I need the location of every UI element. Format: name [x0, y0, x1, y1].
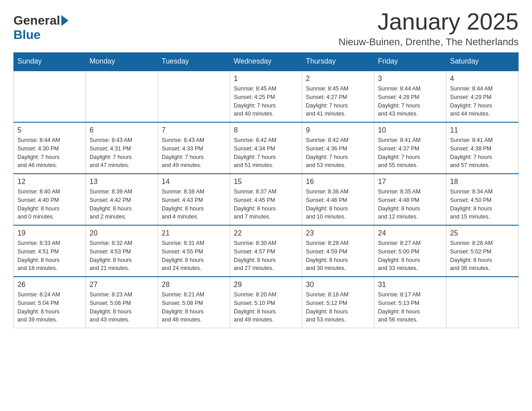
column-header-thursday: Thursday — [302, 53, 374, 71]
calendar-cell: 8Sunrise: 8:42 AM Sunset: 4:34 PM Daylig… — [230, 122, 302, 174]
calendar-cell: 27Sunrise: 8:23 AM Sunset: 5:06 PM Dayli… — [86, 277, 158, 328]
calendar-cell: 24Sunrise: 8:27 AM Sunset: 5:00 PM Dayli… — [374, 225, 446, 277]
day-number: 20 — [90, 229, 154, 237]
day-info: Sunrise: 8:43 AM Sunset: 4:33 PM Dayligh… — [162, 136, 226, 170]
calendar-cell: 10Sunrise: 8:41 AM Sunset: 4:37 PM Dayli… — [374, 122, 446, 174]
page-header: General Blue January 2025 Nieuw-Buinen, … — [13, 9, 519, 48]
day-number: 23 — [306, 229, 370, 237]
column-header-tuesday: Tuesday — [158, 53, 230, 71]
day-number: 15 — [234, 178, 298, 186]
calendar-cell — [86, 71, 158, 123]
calendar-cell: 30Sunrise: 8:18 AM Sunset: 5:12 PM Dayli… — [302, 277, 374, 328]
logo-arrow-icon — [61, 15, 69, 26]
day-info: Sunrise: 8:40 AM Sunset: 4:40 PM Dayligh… — [17, 188, 82, 221]
day-number: 12 — [17, 178, 82, 186]
day-info: Sunrise: 8:41 AM Sunset: 4:37 PM Dayligh… — [378, 136, 442, 170]
day-info: Sunrise: 8:36 AM Sunset: 4:46 PM Dayligh… — [306, 188, 370, 221]
calendar-cell: 22Sunrise: 8:30 AM Sunset: 4:57 PM Dayli… — [230, 225, 302, 277]
calendar-cell — [158, 71, 230, 123]
day-number: 2 — [306, 75, 370, 83]
calendar-cell: 11Sunrise: 8:41 AM Sunset: 4:38 PM Dayli… — [446, 122, 519, 174]
day-info: Sunrise: 8:45 AM Sunset: 4:25 PM Dayligh… — [234, 85, 298, 118]
day-number: 5 — [17, 126, 82, 134]
calendar-cell: 9Sunrise: 8:42 AM Sunset: 4:36 PM Daylig… — [302, 122, 374, 174]
title-section: January 2025 Nieuw-Buinen, Drenthe, The … — [339, 9, 519, 48]
calendar-week-row: 5Sunrise: 8:44 AM Sunset: 4:30 PM Daylig… — [14, 122, 519, 174]
day-info: Sunrise: 8:33 AM Sunset: 4:51 PM Dayligh… — [17, 239, 82, 273]
day-info: Sunrise: 8:39 AM Sunset: 4:42 PM Dayligh… — [90, 188, 154, 221]
day-number: 6 — [90, 126, 154, 134]
calendar-cell: 3Sunrise: 8:44 AM Sunset: 4:28 PM Daylig… — [374, 71, 446, 123]
day-info: Sunrise: 8:37 AM Sunset: 4:45 PM Dayligh… — [234, 188, 298, 221]
calendar-cell: 6Sunrise: 8:43 AM Sunset: 4:31 PM Daylig… — [86, 122, 158, 174]
day-number: 4 — [450, 75, 515, 83]
day-info: Sunrise: 8:30 AM Sunset: 4:57 PM Dayligh… — [234, 239, 298, 273]
calendar-week-row: 19Sunrise: 8:33 AM Sunset: 4:51 PM Dayli… — [14, 225, 519, 277]
calendar-cell: 2Sunrise: 8:45 AM Sunset: 4:27 PM Daylig… — [302, 71, 374, 123]
location-title: Nieuw-Buinen, Drenthe, The Netherlands — [339, 36, 519, 48]
day-number: 26 — [17, 281, 82, 289]
day-number: 11 — [450, 126, 515, 134]
day-info: Sunrise: 8:21 AM Sunset: 5:08 PM Dayligh… — [162, 291, 226, 324]
calendar-cell: 12Sunrise: 8:40 AM Sunset: 4:40 PM Dayli… — [14, 174, 86, 225]
day-info: Sunrise: 8:26 AM Sunset: 5:02 PM Dayligh… — [450, 239, 515, 273]
logo: General Blue — [13, 13, 69, 42]
day-number: 21 — [162, 229, 226, 237]
day-info: Sunrise: 8:45 AM Sunset: 4:27 PM Dayligh… — [306, 85, 370, 118]
day-number: 27 — [90, 281, 154, 289]
calendar-cell: 16Sunrise: 8:36 AM Sunset: 4:46 PM Dayli… — [302, 174, 374, 225]
calendar-cell: 28Sunrise: 8:21 AM Sunset: 5:08 PM Dayli… — [158, 277, 230, 328]
day-info: Sunrise: 8:27 AM Sunset: 5:00 PM Dayligh… — [378, 239, 442, 273]
calendar-week-row: 12Sunrise: 8:40 AM Sunset: 4:40 PM Dayli… — [14, 174, 519, 225]
logo-blue-text: Blue — [13, 28, 41, 42]
calendar-week-row: 1Sunrise: 8:45 AM Sunset: 4:25 PM Daylig… — [14, 71, 519, 123]
calendar-cell: 19Sunrise: 8:33 AM Sunset: 4:51 PM Dayli… — [14, 225, 86, 277]
day-info: Sunrise: 8:17 AM Sunset: 5:13 PM Dayligh… — [378, 291, 442, 324]
day-info: Sunrise: 8:32 AM Sunset: 4:53 PM Dayligh… — [90, 239, 154, 273]
column-header-wednesday: Wednesday — [230, 53, 302, 71]
day-info: Sunrise: 8:23 AM Sunset: 5:06 PM Dayligh… — [90, 291, 154, 324]
calendar-cell: 17Sunrise: 8:35 AM Sunset: 4:48 PM Dayli… — [374, 174, 446, 225]
day-number: 14 — [162, 178, 226, 186]
calendar-cell: 14Sunrise: 8:38 AM Sunset: 4:43 PM Dayli… — [158, 174, 230, 225]
day-number: 9 — [306, 126, 370, 134]
day-info: Sunrise: 8:44 AM Sunset: 4:29 PM Dayligh… — [450, 85, 515, 118]
day-info: Sunrise: 8:42 AM Sunset: 4:34 PM Dayligh… — [234, 136, 298, 170]
day-number: 29 — [234, 281, 298, 289]
day-info: Sunrise: 8:24 AM Sunset: 5:04 PM Dayligh… — [17, 291, 82, 324]
column-header-sunday: Sunday — [14, 53, 86, 71]
day-info: Sunrise: 8:31 AM Sunset: 4:55 PM Dayligh… — [162, 239, 226, 273]
day-number: 3 — [378, 75, 442, 83]
day-info: Sunrise: 8:41 AM Sunset: 4:38 PM Dayligh… — [450, 136, 515, 170]
day-number: 7 — [162, 126, 226, 134]
calendar-cell: 18Sunrise: 8:34 AM Sunset: 4:50 PM Dayli… — [446, 174, 519, 225]
day-number: 25 — [450, 229, 515, 237]
day-number: 22 — [234, 229, 298, 237]
calendar-week-row: 26Sunrise: 8:24 AM Sunset: 5:04 PM Dayli… — [14, 277, 519, 328]
logo-general-text: General — [13, 13, 60, 28]
calendar-cell: 26Sunrise: 8:24 AM Sunset: 5:04 PM Dayli… — [14, 277, 86, 328]
calendar-cell: 15Sunrise: 8:37 AM Sunset: 4:45 PM Dayli… — [230, 174, 302, 225]
day-number: 31 — [378, 281, 442, 289]
calendar-cell: 4Sunrise: 8:44 AM Sunset: 4:29 PM Daylig… — [446, 71, 519, 123]
day-number: 17 — [378, 178, 442, 186]
day-number: 24 — [378, 229, 442, 237]
calendar-cell: 7Sunrise: 8:43 AM Sunset: 4:33 PM Daylig… — [158, 122, 230, 174]
day-info: Sunrise: 8:35 AM Sunset: 4:48 PM Dayligh… — [378, 188, 442, 221]
month-year-title: January 2025 — [339, 9, 519, 34]
calendar-cell: 31Sunrise: 8:17 AM Sunset: 5:13 PM Dayli… — [374, 277, 446, 328]
day-number: 19 — [17, 229, 82, 237]
day-number: 28 — [162, 281, 226, 289]
calendar-cell: 1Sunrise: 8:45 AM Sunset: 4:25 PM Daylig… — [230, 71, 302, 123]
calendar-cell: 25Sunrise: 8:26 AM Sunset: 5:02 PM Dayli… — [446, 225, 519, 277]
column-header-saturday: Saturday — [446, 53, 519, 71]
calendar-cell: 20Sunrise: 8:32 AM Sunset: 4:53 PM Dayli… — [86, 225, 158, 277]
day-number: 30 — [306, 281, 370, 289]
calendar-table: SundayMondayTuesdayWednesdayThursdayFrid… — [13, 52, 519, 328]
day-info: Sunrise: 8:20 AM Sunset: 5:10 PM Dayligh… — [234, 291, 298, 324]
day-number: 10 — [378, 126, 442, 134]
calendar-cell — [14, 71, 86, 123]
calendar-cell — [446, 277, 519, 328]
calendar-cell: 29Sunrise: 8:20 AM Sunset: 5:10 PM Dayli… — [230, 277, 302, 328]
calendar-cell: 5Sunrise: 8:44 AM Sunset: 4:30 PM Daylig… — [14, 122, 86, 174]
